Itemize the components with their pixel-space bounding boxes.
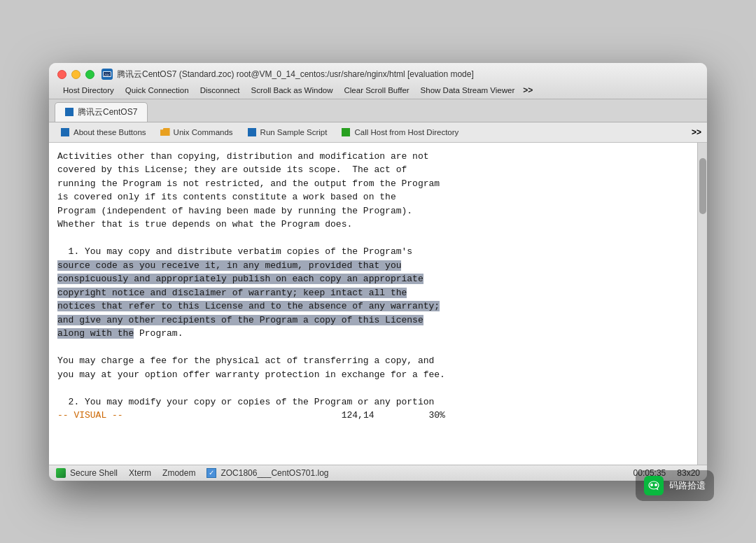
status-xterm: Xterm — [129, 468, 151, 478]
unix-commands-icon — [160, 127, 170, 137]
run-script-label: Run Sample Script — [260, 128, 328, 136]
secure-shell-label: Secure Shell — [70, 468, 118, 478]
watermark-text: 码路拾遗 — [669, 479, 706, 492]
call-host-icon — [341, 127, 351, 137]
tabs-area: 腾讯云CentOS7 — [49, 99, 707, 122]
tab-centos7[interactable]: 腾讯云CentOS7 — [55, 102, 148, 122]
title-bar: ZOC 腾讯云CentOS7 (Standard.zoc) root@VM_0_… — [49, 63, 707, 99]
minimize-button[interactable] — [71, 70, 80, 79]
unix-commands-label: Unix Commands — [174, 128, 233, 136]
svg-point-5 — [654, 484, 657, 486]
maximize-button[interactable] — [85, 70, 94, 79]
menu-data-stream[interactable]: Show Data Stream Viewer — [415, 85, 521, 96]
scrollbar-thumb[interactable] — [699, 158, 706, 214]
run-script-icon — [247, 127, 257, 137]
terminal-wrapper: Activities other than copying, distribut… — [49, 143, 707, 465]
log-filename: ZOC1806___CentOS701.log — [220, 468, 328, 478]
xterm-label: Xterm — [129, 468, 151, 478]
menu-disconnect[interactable]: Disconnect — [195, 85, 246, 96]
terminal-text: Activities other than copying, distribut… — [57, 150, 689, 423]
toolbar: About these Buttons Unix Commands Run Sa… — [49, 122, 707, 143]
svg-text:ZOC: ZOC — [104, 73, 110, 77]
svg-point-4 — [650, 484, 653, 486]
status-secure-shell: Secure Shell — [56, 468, 118, 478]
main-window: ZOC 腾讯云CentOS7 (Standard.zoc) root@VM_0_… — [49, 63, 707, 481]
menu-quick-connection[interactable]: Quick Connection — [120, 85, 195, 96]
menu-host-directory[interactable]: Host Directory — [57, 85, 120, 96]
terminal-content[interactable]: Activities other than copying, distribut… — [49, 143, 697, 465]
status-bar: Secure Shell Xterm Zmodem ✓ ZOC1806___Ce… — [49, 465, 707, 481]
visual-mode-indicator: -- VISUAL -- — [57, 410, 123, 421]
menu-more-button[interactable]: >> — [523, 85, 533, 95]
secure-shell-icon — [56, 468, 66, 478]
toolbar-more-button[interactable]: >> — [692, 127, 701, 137]
status-log-file: ✓ ZOC1806___CentOS701.log — [206, 468, 328, 478]
log-checkbox[interactable]: ✓ — [206, 468, 216, 478]
toolbar-about-buttons[interactable]: About these Buttons — [55, 125, 152, 139]
toolbar-unix-commands[interactable]: Unix Commands — [155, 125, 239, 139]
app-icon: ZOC — [102, 69, 113, 80]
zmodem-label: Zmodem — [162, 468, 195, 478]
about-buttons-label: About these Buttons — [74, 128, 146, 136]
wechat-icon — [644, 476, 664, 495]
close-button[interactable] — [57, 70, 66, 79]
status-zmodem: Zmodem — [162, 468, 195, 478]
selected-text: source code as you receive it, in any me… — [57, 260, 440, 339]
scrollbar[interactable] — [697, 143, 707, 465]
menu-clear-scroll[interactable]: Clear Scroll Buffer — [339, 85, 415, 96]
menu-bar: Host Directory Quick Connection Disconne… — [57, 85, 699, 99]
watermark: 码路拾遗 — [636, 470, 714, 501]
window-title: ZOC 腾讯云CentOS7 (Standard.zoc) root@VM_0_… — [102, 69, 474, 80]
call-host-label: Call Host from Host Directory — [354, 128, 458, 136]
toolbar-call-host[interactable]: Call Host from Host Directory — [335, 125, 464, 139]
about-buttons-icon — [60, 127, 70, 137]
toolbar-run-script[interactable]: Run Sample Script — [241, 125, 333, 139]
tab-label: 腾讯云CentOS7 — [78, 106, 137, 118]
tab-icon — [65, 108, 74, 116]
traffic-lights — [57, 70, 94, 79]
menu-scroll-back[interactable]: Scroll Back as Window — [246, 85, 339, 96]
